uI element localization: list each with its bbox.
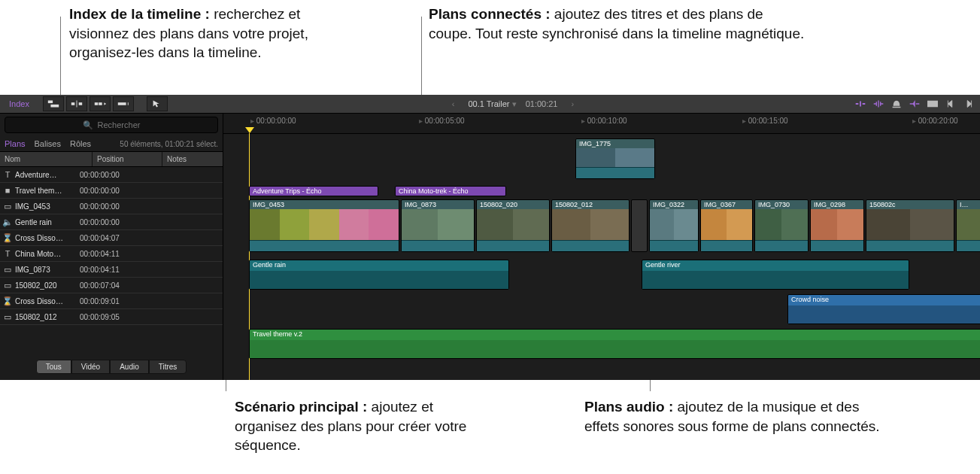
clip-label: Gentle rain <box>250 260 508 269</box>
column-position-header[interactable]: Position <box>93 152 162 166</box>
clip-position: 00:00:04:11 <box>80 266 144 274</box>
clip-label: Adventure Trips - Écho <box>250 187 378 196</box>
clip-label: Travel theme v.2 <box>250 330 980 339</box>
append-clip-icon[interactable] <box>90 96 111 111</box>
clip-label: IMG_0322 <box>650 200 698 209</box>
clip-type-icon: ■ <box>0 186 15 195</box>
svg-rect-3 <box>79 102 83 105</box>
clip-appearance-icon[interactable] <box>926 99 939 109</box>
timeline-clip[interactable]: Gentle rain <box>249 260 509 290</box>
index-row[interactable]: ⌛Cross Disso…00:00:04:07 <box>0 230 223 246</box>
timeline-toolbar: Index ‹ 00.1 Trailer ▾ 01:00:21 › <box>0 95 980 114</box>
timeline-clip[interactable]: IMG_0322 <box>649 199 699 252</box>
timeline-history-forward-icon[interactable]: › <box>571 99 574 108</box>
ruler-tick: ▸ 00:00:05:00 <box>419 117 465 125</box>
svg-rect-5 <box>99 102 102 105</box>
timeline-area[interactable]: ▸ 00:00:00:00▸ 00:00:05:00▸ 00:00:10:00▸… <box>223 114 980 380</box>
clip-name: Travel them… <box>15 187 80 195</box>
tab-balises[interactable]: Balises <box>35 139 61 148</box>
ruler-tick: ▸ 00:00:15:00 <box>742 117 788 125</box>
clip-type-icon: ▭ <box>0 265 15 275</box>
skimming-icon[interactable] <box>854 99 867 109</box>
callout-audio-clips: Plans audio : ajoutez de la musique et d… <box>584 397 893 436</box>
timeline-clip[interactable]: Gentle river <box>642 260 909 290</box>
clip-label: IMG_0298 <box>811 200 863 209</box>
project-name[interactable]: 00.1 Trailer <box>468 99 509 108</box>
timeline-clip[interactable]: I… <box>956 199 980 252</box>
clip-name: IMG_0873 <box>15 266 80 274</box>
snapping-icon[interactable] <box>908 99 921 109</box>
clip-position: 00:00:00:00 <box>80 187 144 195</box>
timeline-clip[interactable] <box>631 199 648 252</box>
clip-position: 00:00:04:07 <box>80 234 144 242</box>
insert-clip-icon[interactable] <box>66 96 87 111</box>
svg-rect-2 <box>71 102 75 105</box>
index-row[interactable]: ▭IMG_087300:00:04:11 <box>0 262 223 278</box>
clip-type-icon: T <box>0 170 15 179</box>
timeline-clip[interactable]: Travel theme v.2 <box>249 329 980 359</box>
tab-plans[interactable]: Plans <box>5 139 26 148</box>
clip-position: 00:00:09:05 <box>80 313 144 321</box>
clip-position: 00:00:07:04 <box>80 281 144 290</box>
segment-tous[interactable]: Tous <box>36 360 71 374</box>
clip-label: 150802_012 <box>552 200 629 209</box>
clip-label: IMG_1775 <box>576 139 654 148</box>
index-row[interactable]: TAdventure…00:00:00:00 <box>0 167 223 183</box>
index-row[interactable]: ▭150802_01200:00:09:05 <box>0 309 223 325</box>
index-row[interactable]: TChina Moto…00:00:04:11 <box>0 246 223 262</box>
clip-type-icon: 🔈 <box>0 217 15 227</box>
timeline-clip[interactable]: China Moto-trek - Écho <box>395 186 506 196</box>
clip-name: Gentle rain <box>15 218 80 226</box>
segment-titres[interactable]: Titres <box>149 360 187 374</box>
final-cut-pro-window: Index ‹ 00.1 Trailer ▾ 01:00:21 › <box>0 95 980 379</box>
timeline-clip[interactable]: IMG_0453 <box>249 199 399 252</box>
timeline-clip[interactable]: 150802_020 <box>476 199 550 252</box>
trim-end-icon[interactable] <box>962 99 975 109</box>
select-tool-icon[interactable] <box>147 96 168 111</box>
index-button[interactable]: Index <box>9 99 29 108</box>
timeline-clip[interactable]: Crowd noise <box>787 294 980 324</box>
filter-segment: Tous Vidéo Audio Titres <box>0 355 223 380</box>
search-input[interactable]: 🔍Rechercher <box>5 117 218 133</box>
solo-icon[interactable] <box>890 99 903 109</box>
timeline-clip[interactable]: IMG_0730 <box>754 199 809 252</box>
callout-timeline-index: Index de la timeline : recherchez et vis… <box>69 5 363 62</box>
timeline-clip[interactable]: IMG_1775 <box>575 138 655 179</box>
svg-rect-6 <box>118 102 126 105</box>
svg-rect-4 <box>95 102 99 105</box>
timeline-clip[interactable]: 150802_012 <box>551 199 630 252</box>
timeline-history-back-icon[interactable]: ‹ <box>452 99 455 108</box>
tab-roles[interactable]: Rôles <box>70 139 91 148</box>
timeline-index-panel: 🔍Rechercher Plans Balises Rôles 50 éléme… <box>0 114 223 380</box>
clip-name: Cross Disso… <box>15 234 80 242</box>
clip-position: 00:00:04:11 <box>80 250 144 258</box>
connect-clip-icon[interactable] <box>43 96 64 111</box>
ruler-tick: ▸ 00:00:20:00 <box>912 117 958 125</box>
time-ruler[interactable]: ▸ 00:00:00:00▸ 00:00:05:00▸ 00:00:10:00▸… <box>223 114 980 134</box>
clip-type-icon: ▭ <box>0 202 15 211</box>
timeline-clip[interactable]: IMG_0298 <box>810 199 864 252</box>
timeline-clip[interactable]: IMG_0367 <box>700 199 753 252</box>
trim-start-icon[interactable] <box>944 99 957 109</box>
clip-name: China Moto… <box>15 250 80 258</box>
segment-video[interactable]: Vidéo <box>71 360 110 374</box>
column-name-header[interactable]: Nom <box>0 152 93 166</box>
column-notes-header[interactable]: Notes <box>162 152 223 166</box>
timeline-clip[interactable]: IMG_0873 <box>401 199 475 252</box>
ruler-tick: ▸ 00:00:00:00 <box>250 117 296 125</box>
clip-name: Adventure… <box>15 171 80 179</box>
ruler-tick: ▸ 00:00:10:00 <box>581 117 627 125</box>
index-row[interactable]: ▭150802_02000:00:07:04 <box>0 278 223 293</box>
index-row[interactable]: ⌛Cross Disso…00:00:09:01 <box>0 293 223 309</box>
segment-audio[interactable]: Audio <box>110 360 149 374</box>
index-row[interactable]: 🔈Gentle rain00:00:00:00 <box>0 214 223 230</box>
audio-skimming-icon[interactable] <box>872 99 885 109</box>
timeline-clip[interactable]: Adventure Trips - Écho <box>249 186 378 196</box>
overwrite-clip-icon[interactable] <box>113 96 134 111</box>
clip-position: 00:00:00:00 <box>80 202 144 211</box>
index-selection-info: 50 éléments, 01:00:21 sélect. <box>120 140 218 148</box>
index-row[interactable]: ▭IMG_045300:00:00:00 <box>0 199 223 214</box>
clip-label: Gentle river <box>642 260 909 269</box>
timeline-clip[interactable]: 150802c <box>866 199 954 252</box>
index-row[interactable]: ■Travel them…00:00:00:00 <box>0 183 223 199</box>
